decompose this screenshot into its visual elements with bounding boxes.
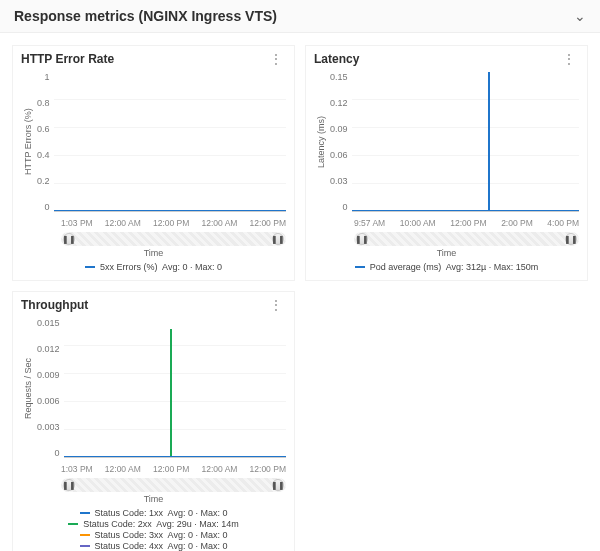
x-tick: 4:00 PM bbox=[547, 218, 579, 228]
legend-swatch bbox=[80, 512, 90, 514]
y-tick: 0.006 bbox=[37, 396, 60, 406]
y-ticks: 0.015 0.012 0.009 0.006 0.003 0 bbox=[35, 318, 64, 458]
time-range-slider[interactable]: ❚❚ ❚❚ bbox=[61, 232, 286, 246]
x-tick: 12:00 PM bbox=[153, 218, 189, 228]
section-title: Response metrics (NGINX Ingress VTS) bbox=[14, 8, 277, 24]
x-tick: 12:00 PM bbox=[450, 218, 486, 228]
chart-area: Latency (ms) 0.15 0.12 0.09 0.06 0.03 0 bbox=[314, 72, 579, 212]
pause-icon[interactable]: ❚❚ bbox=[272, 233, 284, 245]
time-range-slider[interactable]: ❚❚ ❚❚ bbox=[61, 478, 286, 492]
y-tick: 0.06 bbox=[330, 150, 348, 160]
x-tick: 1:03 PM bbox=[61, 218, 93, 228]
legend-swatch bbox=[80, 534, 90, 536]
y-tick: 0.015 bbox=[37, 318, 60, 328]
legend-item[interactable]: Status Code: 1xx Avg: 0 · Max: 0 bbox=[80, 508, 228, 518]
x-tick: 12:00 AM bbox=[105, 218, 141, 228]
legend-item[interactable]: 5xx Errors (%) Avg: 0 · Max: 0 bbox=[85, 262, 222, 272]
legend-swatch bbox=[85, 266, 95, 268]
plot-area[interactable] bbox=[64, 318, 286, 458]
y-tick: 0 bbox=[45, 202, 50, 212]
x-tick: 2:00 PM bbox=[501, 218, 533, 228]
x-axis-label: Time bbox=[21, 494, 286, 504]
x-tick: 12:00 AM bbox=[201, 218, 237, 228]
panel-header: Throughput ⋮ bbox=[21, 298, 286, 312]
x-ticks: 1:03 PM 12:00 AM 12:00 PM 12:00 AM 12:00… bbox=[21, 462, 286, 474]
y-tick: 0.003 bbox=[37, 422, 60, 432]
panel-title: Throughput bbox=[21, 298, 88, 312]
menu-icon[interactable]: ⋮ bbox=[266, 52, 286, 66]
x-ticks: 1:03 PM 12:00 AM 12:00 PM 12:00 AM 12:00… bbox=[21, 216, 286, 228]
menu-icon[interactable]: ⋮ bbox=[266, 298, 286, 312]
y-tick: 0.03 bbox=[330, 176, 348, 186]
plot-area[interactable] bbox=[352, 72, 579, 212]
legend-item[interactable]: Status Code: 2xx Avg: 29u · Max: 14m bbox=[68, 519, 238, 529]
x-tick: 12:00 PM bbox=[250, 218, 286, 228]
plot-area[interactable] bbox=[54, 72, 286, 212]
pause-icon[interactable]: ❚❚ bbox=[63, 233, 75, 245]
legend-swatch bbox=[355, 266, 365, 268]
x-tick: 12:00 PM bbox=[153, 464, 189, 474]
section-header[interactable]: Response metrics (NGINX Ingress VTS) ⌄ bbox=[0, 0, 600, 33]
panel-header: HTTP Error Rate ⋮ bbox=[21, 52, 286, 66]
x-tick: 12:00 AM bbox=[105, 464, 141, 474]
y-tick: 0.12 bbox=[330, 98, 348, 108]
y-tick: 0 bbox=[343, 202, 348, 212]
charts-grid: HTTP Error Rate ⋮ HTTP Errors (%) 1 0.8 … bbox=[0, 33, 600, 551]
time-range-slider[interactable]: ❚❚ ❚❚ bbox=[354, 232, 579, 246]
legend-item[interactable]: Status Code: 3xx Avg: 0 · Max: 0 bbox=[80, 530, 228, 540]
y-axis-label: HTTP Errors (%) bbox=[21, 72, 35, 212]
y-tick: 0.15 bbox=[330, 72, 348, 82]
legend: Status Code: 1xx Avg: 0 · Max: 0 Status … bbox=[21, 508, 286, 551]
panel-latency: Latency ⋮ Latency (ms) 0.15 0.12 0.09 0.… bbox=[305, 45, 588, 281]
x-axis-label: Time bbox=[314, 248, 579, 258]
pause-icon[interactable]: ❚❚ bbox=[63, 479, 75, 491]
x-tick: 9:57 AM bbox=[354, 218, 385, 228]
pause-icon[interactable]: ❚❚ bbox=[272, 479, 284, 491]
panel-throughput: Throughput ⋮ Requests / Sec 0.015 0.012 … bbox=[12, 291, 295, 551]
panel-http-error-rate: HTTP Error Rate ⋮ HTTP Errors (%) 1 0.8 … bbox=[12, 45, 295, 281]
legend-item[interactable]: Pod average (ms) Avg: 312µ · Max: 150m bbox=[355, 262, 539, 272]
menu-icon[interactable]: ⋮ bbox=[559, 52, 579, 66]
chevron-down-icon[interactable]: ⌄ bbox=[574, 8, 586, 24]
chart-area: HTTP Errors (%) 1 0.8 0.6 0.4 0.2 0 bbox=[21, 72, 286, 212]
legend-swatch bbox=[68, 523, 78, 525]
legend: Pod average (ms) Avg: 312µ · Max: 150m bbox=[314, 262, 579, 272]
y-tick: 0.09 bbox=[330, 124, 348, 134]
y-tick: 1 bbox=[45, 72, 50, 82]
panel-header: Latency ⋮ bbox=[314, 52, 579, 66]
y-tick: 0 bbox=[55, 448, 60, 458]
y-ticks: 0.15 0.12 0.09 0.06 0.03 0 bbox=[328, 72, 352, 212]
chart-area: Requests / Sec 0.015 0.012 0.009 0.006 0… bbox=[21, 318, 286, 458]
y-tick: 0.2 bbox=[37, 176, 50, 186]
pause-icon[interactable]: ❚❚ bbox=[565, 233, 577, 245]
pause-icon[interactable]: ❚❚ bbox=[356, 233, 368, 245]
x-tick: 12:00 PM bbox=[250, 464, 286, 474]
x-tick: 12:00 AM bbox=[201, 464, 237, 474]
y-tick: 0.6 bbox=[37, 124, 50, 134]
data-spike bbox=[488, 72, 490, 211]
x-axis-label: Time bbox=[21, 248, 286, 258]
legend: 5xx Errors (%) Avg: 0 · Max: 0 bbox=[21, 262, 286, 272]
panel-title: Latency bbox=[314, 52, 359, 66]
y-tick: 0.009 bbox=[37, 370, 60, 380]
x-tick: 1:03 PM bbox=[61, 464, 93, 474]
y-tick: 0.4 bbox=[37, 150, 50, 160]
x-ticks: 9:57 AM 10:00 AM 12:00 PM 2:00 PM 4:00 P… bbox=[314, 216, 579, 228]
y-tick: 0.8 bbox=[37, 98, 50, 108]
y-ticks: 1 0.8 0.6 0.4 0.2 0 bbox=[35, 72, 54, 212]
y-axis-label: Requests / Sec bbox=[21, 318, 35, 458]
y-axis-label: Latency (ms) bbox=[314, 72, 328, 212]
data-spike bbox=[170, 329, 172, 457]
y-tick: 0.012 bbox=[37, 344, 60, 354]
legend-swatch bbox=[80, 545, 90, 547]
legend-item[interactable]: Status Code: 4xx Avg: 0 · Max: 0 bbox=[80, 541, 228, 551]
x-tick: 10:00 AM bbox=[400, 218, 436, 228]
panel-title: HTTP Error Rate bbox=[21, 52, 114, 66]
